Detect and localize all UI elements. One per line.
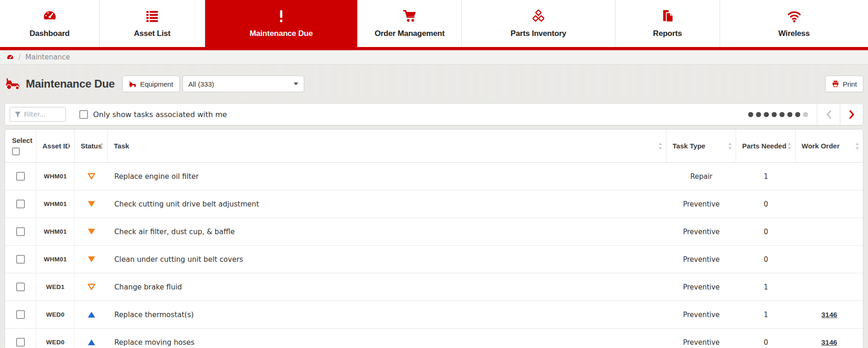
toolbar: Maintenance Due Equipment All (333) Prin… — [5, 65, 863, 103]
table-row: WED1 Change brake fluid Preventive 1 — [5, 273, 863, 301]
tab-dashboard[interactable]: Dashboard — [0, 0, 100, 47]
print-button[interactable]: Print — [825, 76, 863, 92]
task-type-cell: Preventive — [667, 218, 736, 245]
breadcrumb-home-icon[interactable] — [6, 54, 14, 61]
work-order-cell: 3146 — [796, 301, 863, 328]
cubes-icon — [531, 9, 546, 24]
tab-asset-list[interactable]: Asset List — [100, 0, 205, 47]
row-checkbox[interactable] — [16, 283, 25, 291]
breadcrumb-separator: / — [18, 53, 21, 61]
page-dot — [787, 112, 792, 117]
task-cell: Replace moving hoses — [108, 329, 667, 348]
tab-label: Parts Inventory — [511, 29, 567, 38]
status-upcoming-icon — [87, 338, 96, 346]
row-checkbox[interactable] — [16, 338, 25, 347]
header-task-label: Task — [114, 142, 129, 150]
nav-accent-strip — [0, 47, 868, 50]
row-checkbox[interactable] — [16, 172, 25, 181]
tab-parts-inventory[interactable]: Parts Inventory — [462, 0, 615, 47]
row-select-cell — [5, 301, 36, 328]
task-cell: Check cutting unit drive belt adjustment — [108, 190, 667, 218]
parts-needed-cell: 0 — [736, 329, 796, 348]
header-parts-needed-label: Parts Needed — [742, 142, 786, 150]
sort-icon[interactable] — [658, 142, 662, 150]
tab-label: Asset List — [134, 29, 170, 38]
next-page-button[interactable] — [840, 103, 863, 125]
header-status[interactable]: Status — [75, 130, 108, 162]
work-order-cell — [796, 190, 863, 218]
work-order-link[interactable]: 3146 — [821, 338, 837, 347]
status-cell — [75, 163, 108, 190]
task-type-cell: Preventive — [667, 246, 736, 273]
chevron-left-icon — [826, 110, 832, 119]
associated-tasks-group: Only show tasks associated with me — [79, 110, 227, 119]
parts-needed-cell: 1 — [736, 273, 796, 301]
row-select-cell — [5, 273, 36, 301]
scope-dropdown[interactable]: All (333) — [183, 76, 304, 92]
sort-icon[interactable] — [100, 142, 104, 150]
header-select-label: Select — [12, 136, 32, 144]
pagination-dots — [748, 112, 808, 117]
header-work-order-label: Work Order — [802, 142, 839, 150]
work-order-link[interactable]: 3146 — [821, 311, 837, 319]
filter-bar: Only show tasks associated with me — [5, 103, 863, 125]
list-icon — [145, 9, 159, 24]
documents-icon — [660, 9, 675, 24]
header-asset-id[interactable]: Asset ID — [36, 130, 75, 162]
filter-input-wrapper — [10, 107, 66, 122]
page-dot — [772, 112, 777, 117]
row-checkbox[interactable] — [16, 310, 25, 319]
header-work-order[interactable]: Work Order — [796, 130, 863, 162]
row-checkbox[interactable] — [16, 227, 25, 236]
task-type-cell: Preventive — [667, 273, 736, 301]
tab-wireless[interactable]: Wireless — [720, 0, 868, 47]
tab-reports[interactable]: Reports — [615, 0, 720, 47]
select-all-checkbox[interactable] — [12, 147, 20, 155]
maintenance-table: Select Asset ID Status Task Task Type Pa… — [5, 129, 863, 348]
asset-id-cell: WED0 — [36, 301, 75, 328]
row-checkbox[interactable] — [16, 200, 25, 208]
mower-icon — [5, 77, 21, 90]
header-task[interactable]: Task — [108, 130, 667, 162]
header-task-type-label: Task Type — [673, 142, 705, 150]
equipment-button[interactable]: Equipment — [122, 76, 180, 92]
tab-label: Reports — [653, 29, 682, 38]
task-cell: Change brake fluid — [108, 273, 667, 301]
status-due-outline-icon — [87, 283, 96, 291]
header-parts-needed[interactable]: Parts Needed — [736, 130, 796, 162]
equipment-button-label: Equipment — [140, 80, 173, 88]
page-dot — [803, 112, 808, 117]
printer-icon — [832, 80, 839, 88]
prev-page-button[interactable] — [817, 103, 840, 125]
asset-id-cell: WED0 — [36, 329, 75, 348]
header-task-type[interactable]: Task Type — [667, 130, 736, 162]
work-order-cell — [796, 246, 863, 273]
page-dot — [756, 112, 761, 117]
tab-label: Dashboard — [30, 29, 70, 38]
row-checkbox[interactable] — [16, 255, 25, 264]
table-row: WED0 Replace thermostat(s) Preventive 1 … — [5, 301, 863, 329]
status-due-outline-icon — [87, 172, 96, 180]
status-upcoming-icon — [87, 311, 96, 319]
row-select-cell — [5, 246, 36, 273]
tab-label: Order Management — [375, 29, 445, 38]
scope-dropdown-value: All (333) — [189, 80, 214, 88]
filter-input[interactable] — [24, 111, 61, 118]
table-row: WHM01 Replace engine oil filter Repair 1 — [5, 163, 863, 190]
parts-needed-cell: 1 — [736, 163, 796, 190]
tab-order-management[interactable]: Order Management — [358, 0, 462, 47]
table-header: Select Asset ID Status Task Task Type Pa… — [5, 130, 863, 163]
header-status-label: Status — [81, 142, 102, 150]
asset-id-cell: WHM01 — [36, 246, 75, 273]
row-select-cell — [5, 329, 36, 348]
header-select: Select — [5, 130, 36, 162]
work-order-cell — [796, 218, 863, 245]
status-cell — [75, 218, 108, 245]
sort-icon[interactable] — [66, 142, 71, 150]
sort-icon[interactable] — [787, 142, 791, 150]
sort-icon[interactable] — [855, 142, 859, 150]
associated-tasks-checkbox[interactable] — [79, 110, 88, 119]
sort-icon[interactable] — [728, 142, 732, 150]
parts-needed-cell: 1 — [736, 301, 796, 328]
tab-maintenance-due[interactable]: Maintenance Due — [205, 0, 358, 47]
